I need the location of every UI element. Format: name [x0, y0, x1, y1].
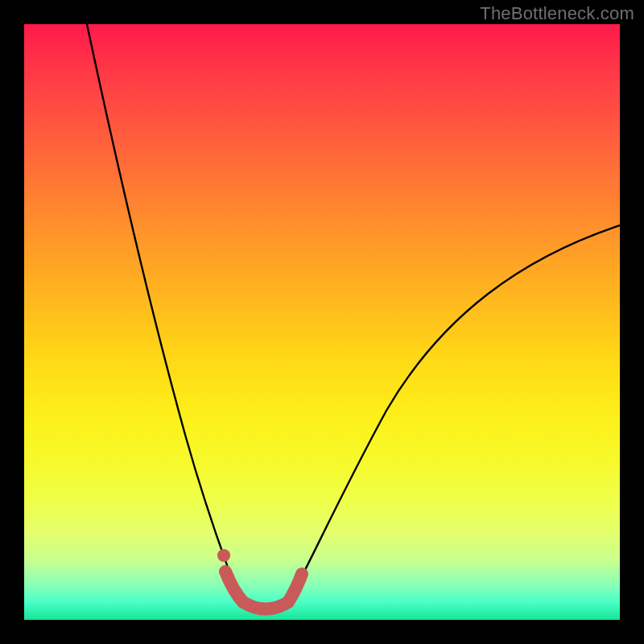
marker-dot — [217, 549, 230, 562]
valley-highlight — [225, 572, 302, 609]
right-branch-curve — [288, 225, 620, 602]
watermark-text: TheBottleneck.com — [480, 3, 634, 24]
plot-area — [24, 24, 620, 620]
left-branch-curve — [87, 24, 243, 602]
chart-frame: TheBottleneck.com — [0, 0, 644, 644]
curve-layer — [24, 24, 620, 620]
